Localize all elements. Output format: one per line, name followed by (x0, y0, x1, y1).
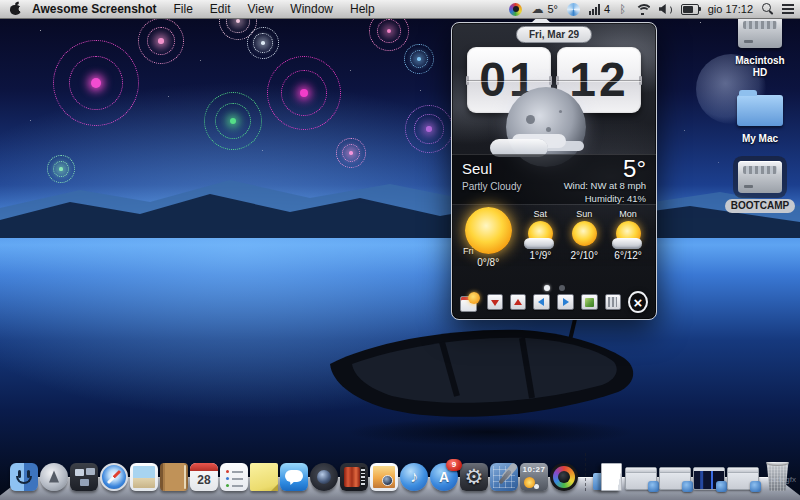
forecast-row: Fri 0°/8° Sat 1°/9° Sun 2°/10° Mon 6°/12… (452, 204, 656, 266)
hard-drive-icon[interactable]: Macintosh HD (724, 16, 796, 80)
messages-icon[interactable] (280, 463, 308, 491)
forecast-temps: 6°/12° (614, 250, 641, 261)
drive-graphic (738, 161, 782, 193)
bluetooth-icon[interactable] (619, 3, 626, 15)
location-block: Seul Partly Cloudy (462, 160, 521, 199)
facetime-camera-icon[interactable] (310, 463, 338, 491)
minimized-window-icon[interactable] (727, 467, 759, 491)
next-page-icon[interactable] (557, 294, 574, 310)
desktop-icon-label: My Mac (736, 132, 784, 146)
launchpad-icon[interactable] (40, 463, 68, 491)
calendar-weather-icon[interactable] (460, 292, 480, 312)
firework-burst (204, 92, 262, 150)
drive-graphic (738, 16, 782, 48)
spotlight-icon[interactable] (762, 3, 773, 15)
firework-burst (405, 105, 453, 153)
hard-drive-icon[interactable]: BOOTCAMP (724, 161, 796, 213)
weather-cloud-icon[interactable] (531, 2, 543, 16)
awesome-screenshot-menu-icon[interactable] (509, 3, 522, 16)
minimized-window-icon[interactable] (693, 467, 725, 491)
finder-icon[interactable] (10, 463, 38, 491)
drive-graphic (737, 95, 783, 126)
menubar-clock[interactable]: gio 17:12 (708, 3, 753, 15)
battery-icon[interactable] (681, 4, 699, 15)
firework-burst (336, 138, 366, 168)
app-store-icon[interactable]: A 9 (430, 463, 458, 491)
mission-control-icon[interactable] (70, 463, 98, 491)
itunes-icon[interactable] (400, 463, 428, 491)
forecast-day-label: Mon (619, 209, 637, 219)
forecast-temps: 2°/10° (570, 250, 597, 261)
safari-icon[interactable] (100, 463, 128, 491)
xcode-icon[interactable] (490, 463, 518, 491)
prev-page-icon[interactable] (533, 294, 550, 310)
refresh-icon[interactable] (581, 294, 597, 310)
watermark: aclegfx (771, 475, 796, 484)
wind-info: Wind: NW at 8 mph (564, 180, 646, 191)
reminders-icon[interactable] (220, 463, 248, 491)
minimized-window-icon[interactable] (625, 467, 657, 491)
forecast-day: Sun 2°/10° (562, 205, 606, 266)
contacts-icon[interactable] (160, 463, 188, 491)
forecast-weather-icon (616, 221, 641, 246)
folder-icon[interactable]: My Mac (724, 95, 796, 146)
settings-icon[interactable] (605, 294, 621, 310)
iphoto-icon[interactable] (370, 463, 398, 491)
menu-item[interactable]: Edit (210, 2, 231, 16)
current-temperature: 5° (564, 160, 646, 178)
desktop-icons: Macintosh HD My Mac BOOTCAMP (724, 16, 796, 213)
weather-widget: Fri, Mar 29 01 12 Seul Partly Cloudy 5° … (451, 22, 657, 320)
current-conditions: Seul Partly Cloudy 5° Wind: NW at 8 mph … (452, 154, 656, 204)
firework-burst (138, 18, 184, 64)
forecast-temps: 0°/8° (477, 257, 499, 268)
preview-icon[interactable] (130, 463, 158, 491)
forecast-temps: 1°/9° (529, 250, 551, 261)
status-icons: 5° 4 gio 17:12 (509, 2, 794, 16)
calendar-icon[interactable]: 28 (190, 463, 218, 491)
mountains-graphic (0, 168, 800, 238)
conditions-block: 5° Wind: NW at 8 mph Humidity: 41% (564, 160, 646, 199)
forecast-day-label: Sat (534, 209, 548, 219)
menu-item[interactable]: Help (350, 2, 375, 16)
close-button[interactable]: × (628, 291, 648, 313)
humidity-info: Humidity: 41% (564, 193, 646, 204)
notification-badge: 9 (446, 459, 462, 471)
signal-level: 4 (604, 3, 610, 15)
apple-menu-icon[interactable] (10, 2, 22, 16)
firework-burst (53, 40, 139, 126)
documents-stack-icon[interactable] (593, 463, 623, 491)
forecast-day-label: Sun (576, 209, 592, 219)
stickies-icon[interactable] (250, 463, 278, 491)
system-preferences-icon[interactable] (460, 463, 488, 491)
menubar-temperature: 5° (547, 3, 558, 15)
forecast-weather-icon (528, 221, 553, 246)
scroll-down-icon[interactable] (487, 294, 503, 310)
dock: 28 (0, 448, 800, 500)
forecast-weather-icon (572, 221, 597, 246)
widget-date: Fri, Mar 29 (516, 26, 592, 43)
minimized-window-icon[interactable] (659, 467, 691, 491)
menu-item[interactable]: View (248, 2, 274, 16)
forecast-weather-icon (465, 207, 512, 254)
camera-lens-icon[interactable] (550, 463, 578, 491)
city-name: Seul (462, 160, 521, 177)
scroll-up-icon[interactable] (510, 294, 526, 310)
firework-burst (404, 44, 434, 74)
menu-items: FileEditViewWindowHelp (174, 2, 375, 16)
menu-item[interactable]: File (174, 2, 193, 16)
sync-icon[interactable] (567, 3, 580, 16)
weather-condition: Partly Cloudy (462, 181, 521, 192)
notification-center-icon[interactable] (782, 4, 794, 14)
wifi-icon[interactable] (635, 4, 650, 15)
imovie-icon[interactable] (340, 463, 368, 491)
forecast-day: Sat 1°/9° (518, 205, 562, 266)
desktop-icon-label: BOOTCAMP (725, 199, 795, 213)
forecast-day: Fri 0°/8° (458, 205, 518, 266)
menu-bar: Awesome Screenshot FileEditViewWindowHel… (0, 0, 800, 19)
menu-item[interactable]: Window (290, 2, 333, 16)
app-menu-title[interactable]: Awesome Screenshot (32, 2, 157, 16)
signal-bars-icon[interactable] (589, 4, 601, 15)
volume-icon[interactable] (659, 4, 672, 14)
dock-separator (580, 453, 591, 491)
weather-clock-icon[interactable]: 10:27 (520, 463, 548, 491)
